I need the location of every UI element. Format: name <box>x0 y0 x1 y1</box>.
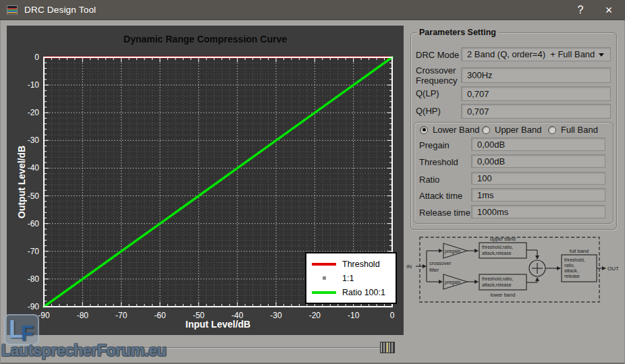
svg-text:-60: -60 <box>28 219 40 229</box>
ratio-field[interactable]: 100 <box>471 172 605 185</box>
legend-label: 1:1 <box>342 274 354 283</box>
pregain-label: Pregain <box>419 140 450 150</box>
drc-mode-value: 2 Band (Q, order=4) + Full Band <box>467 49 595 59</box>
pregain-label-lower: pregain <box>445 280 460 285</box>
drc-design-tool-window: DRC Design Tool ? × -90-80-70-60-50-40-3… <box>0 0 625 364</box>
radio-label: Full Band <box>561 125 598 135</box>
chevron-down-icon <box>599 53 604 57</box>
title-bar[interactable]: DRC Design Tool ? × <box>0 0 625 20</box>
release-time-field[interactable]: 1000ms <box>471 205 605 218</box>
parameters-setting-title: Parameters Setting <box>416 28 499 37</box>
radio-circle-icon <box>482 126 490 134</box>
legend-item-one-to-one: 1:1 <box>306 271 396 285</box>
drc-mode-dropdown[interactable]: 2 Band (Q, order=4) + Full Band <box>461 47 611 61</box>
upper-band-block-text: attack,release <box>482 251 512 255</box>
radio-upper-band[interactable]: Upper Band <box>482 125 541 135</box>
crossover-filter-label: crossover <box>429 260 452 266</box>
svg-text:-90: -90 <box>28 302 40 311</box>
full-band-block-text: threshold, <box>564 257 585 262</box>
legend-label: Threshold <box>342 260 380 269</box>
upper-band-label: upper band <box>490 236 516 242</box>
legend-item-ratio: Ratio 100:1 <box>306 285 396 299</box>
crossover-filter-label: filter <box>429 267 439 273</box>
radio-label: Lower Band <box>433 125 479 135</box>
radio-circle-icon <box>548 126 556 134</box>
threshold-field[interactable]: 0,00dB <box>471 154 605 168</box>
full-band-block-text: ratio, <box>564 263 575 268</box>
lautsprecherforum-logo: L F <box>4 314 39 345</box>
upper-band-block-text: threshold,ratio, <box>482 245 513 249</box>
lower-band-block-text: attack,release <box>482 282 512 287</box>
lower-band-block-text: threshold,ratio, <box>482 276 513 281</box>
diagram-out-label: OUT <box>607 266 619 272</box>
signal-flow-diagram: IN OUT crossover filter pregain pregain … <box>405 233 622 308</box>
svg-text:-10: -10 <box>28 80 40 90</box>
crossover-frequency-field[interactable]: 300Hz <box>461 67 611 83</box>
lower-band-label: lower band <box>491 292 516 298</box>
horizontal-slider-handle[interactable] <box>380 342 395 353</box>
full-band-block-text: attack, <box>564 268 578 273</box>
watermark-text: LautsprecherForum.eu <box>1 342 167 360</box>
drc-mode-label: DRC Mode <box>416 50 459 60</box>
ratio-label: Ratio <box>419 175 439 185</box>
legend-label: Ratio 100:1 <box>342 288 385 297</box>
radio-lower-band[interactable]: Lower Band <box>420 125 479 135</box>
radio-label: Upper Band <box>495 125 541 135</box>
radio-full-band[interactable]: Full Band <box>548 125 598 135</box>
threshold-line-swatch <box>312 263 336 266</box>
svg-text:-70: -70 <box>28 247 40 256</box>
full-band-label: full band <box>570 248 589 254</box>
svg-text:-30: -30 <box>28 135 40 145</box>
legend-item-threshold: Threshold <box>306 257 396 271</box>
svg-text:0: 0 <box>34 53 39 62</box>
help-button[interactable]: ? <box>568 0 593 20</box>
q-hp-label: Q(HP) <box>416 106 441 116</box>
attack-time-label: Attack time <box>419 191 462 201</box>
q-lp-field[interactable]: 0,707 <box>461 86 611 101</box>
full-band-block-text: release <box>564 274 580 278</box>
chart-legend: Threshold 1:1 Ratio 100:1 <box>305 252 397 304</box>
svg-text:-80: -80 <box>28 274 40 284</box>
x-axis-title: Input Level/dB <box>44 319 392 330</box>
radio-circle-icon <box>420 126 428 134</box>
threshold-label: Threshold <box>419 157 458 167</box>
release-time-label: Release time <box>419 208 470 218</box>
svg-text:-50: -50 <box>28 191 40 201</box>
q-lp-label: Q(LP) <box>416 88 439 98</box>
chart-panel: -90-80-70-60-50-40-30-20-1000-10-20-30-4… <box>7 26 404 335</box>
app-icon <box>7 5 18 15</box>
pregain-label-upper: pregain <box>445 249 460 254</box>
one-to-one-marker-swatch <box>312 276 336 280</box>
svg-text:-40: -40 <box>28 163 40 173</box>
ratio-line-swatch <box>312 291 336 294</box>
svg-text:-20: -20 <box>28 108 40 117</box>
q-hp-field[interactable]: 0,707 <box>461 104 611 119</box>
window-title: DRC Design Tool <box>24 5 96 15</box>
pregain-field[interactable]: 0,00dB <box>471 138 605 151</box>
close-button[interactable]: × <box>597 0 621 20</box>
crossover-frequency-label: Crossover Frequency <box>416 65 459 86</box>
attack-time-field[interactable]: 1ms <box>471 188 605 202</box>
y-axis-title: Output Level/dB <box>15 57 28 307</box>
diagram-in-label: IN <box>406 264 412 270</box>
chart-title: Dynamic Range Compression Curve <box>7 34 404 44</box>
